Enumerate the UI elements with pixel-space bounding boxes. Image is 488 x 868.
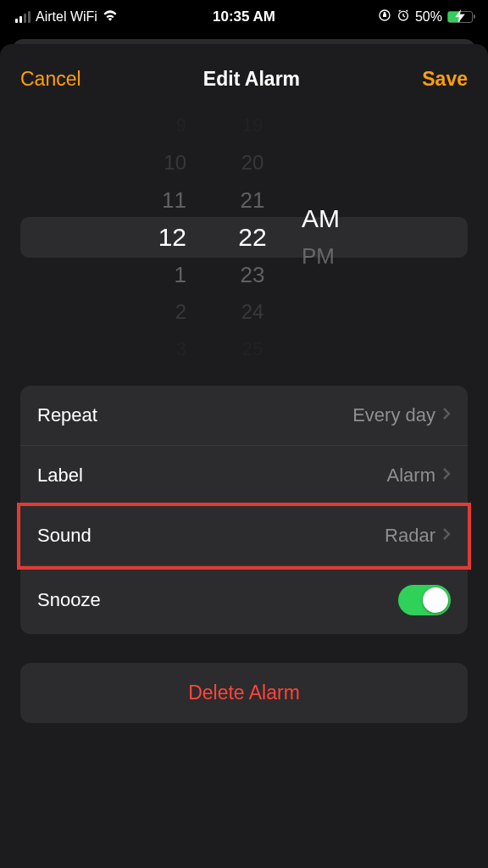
battery-percentage: 50% xyxy=(415,9,442,25)
snooze-row: Snooze xyxy=(20,566,468,634)
cancel-button[interactable]: Cancel xyxy=(20,68,81,91)
wifi-icon xyxy=(103,8,118,25)
save-button[interactable]: Save xyxy=(422,68,468,91)
status-right: 50% xyxy=(378,8,473,26)
chevron-right-icon xyxy=(442,527,451,544)
toggle-knob xyxy=(423,587,448,613)
orientation-lock-icon xyxy=(378,8,391,26)
status-bar: Airtel WiFi 10:35 AM 50% xyxy=(0,0,488,34)
sound-row[interactable]: Sound Radar xyxy=(20,506,468,566)
repeat-label: Repeat xyxy=(37,404,97,426)
charging-bolt-icon xyxy=(453,9,467,25)
label-value: Alarm xyxy=(387,465,435,487)
battery-icon xyxy=(447,11,473,23)
nav-bar: Cancel Edit Alarm Save xyxy=(0,44,488,106)
chevron-right-icon xyxy=(442,407,451,424)
status-left: Airtel WiFi xyxy=(15,8,118,25)
delete-alarm-button[interactable]: Delete Alarm xyxy=(20,663,468,723)
time-picker[interactable]: 9 10 11 12 1 2 3 19 20 21 22 23 24 25 AM… xyxy=(20,114,468,360)
sound-value: Radar xyxy=(385,525,435,547)
alarm-icon xyxy=(396,8,410,26)
cellular-signal-icon xyxy=(15,11,30,23)
repeat-row[interactable]: Repeat Every day xyxy=(20,386,468,446)
sound-label: Sound xyxy=(37,525,92,547)
status-time: 10:35 AM xyxy=(213,8,275,25)
alarm-settings-list: Repeat Every day Label Alarm Sound Radar… xyxy=(20,386,468,634)
minute-wheel[interactable]: 19 20 21 22 23 24 25 xyxy=(210,114,295,360)
label-label: Label xyxy=(37,465,83,487)
snooze-label: Snooze xyxy=(37,589,101,611)
hour-wheel[interactable]: 9 10 11 12 1 2 3 xyxy=(20,114,210,360)
chevron-right-icon xyxy=(442,467,451,484)
carrier-label: Airtel WiFi xyxy=(36,9,97,25)
ampm-wheel[interactable]: AM PM xyxy=(295,114,468,360)
repeat-value: Every day xyxy=(352,404,435,426)
label-row[interactable]: Label Alarm xyxy=(20,446,468,506)
snooze-toggle[interactable] xyxy=(398,585,451,615)
edit-alarm-sheet: Cancel Edit Alarm Save 9 10 11 12 1 2 3 … xyxy=(0,44,488,868)
sheet-title: Edit Alarm xyxy=(203,68,300,91)
